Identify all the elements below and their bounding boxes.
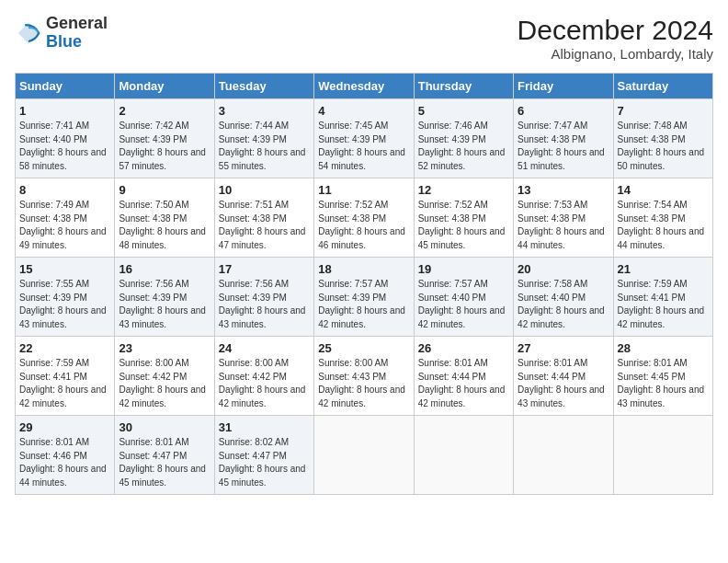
day-number: 28 — [618, 341, 709, 355]
day-number: 30 — [119, 420, 210, 434]
calendar-cell: 4Sunrise: 7:45 AMSunset: 4:39 PMDaylight… — [314, 99, 414, 178]
week-row-4: 22Sunrise: 7:59 AMSunset: 4:41 PMDayligh… — [16, 337, 713, 416]
day-info: Sunrise: 7:50 AMSunset: 4:38 PMDaylight:… — [119, 200, 206, 250]
day-info: Sunrise: 8:00 AMSunset: 4:42 PMDaylight:… — [219, 358, 306, 408]
month-title: December 2024 — [518, 15, 713, 46]
day-number: 20 — [518, 262, 609, 276]
calendar-cell: 25Sunrise: 8:00 AMSunset: 4:43 PMDayligh… — [314, 337, 414, 416]
day-number: 16 — [119, 262, 210, 276]
day-info: Sunrise: 7:56 AMSunset: 4:39 PMDaylight:… — [119, 279, 206, 329]
day-number: 18 — [318, 262, 409, 276]
calendar-cell: 2Sunrise: 7:42 AMSunset: 4:39 PMDaylight… — [115, 99, 214, 178]
day-info: Sunrise: 7:46 AMSunset: 4:39 PMDaylight:… — [418, 121, 506, 171]
day-number: 21 — [618, 262, 709, 276]
header-day-sunday: Sunday — [16, 74, 115, 99]
calendar-cell: 23Sunrise: 8:00 AMSunset: 4:42 PMDayligh… — [115, 337, 214, 416]
calendar-cell: 11Sunrise: 7:52 AMSunset: 4:38 PMDayligh… — [314, 178, 414, 258]
day-number: 27 — [518, 341, 609, 355]
day-info: Sunrise: 7:56 AMSunset: 4:39 PMDaylight:… — [219, 279, 306, 329]
logo-general-text: General — [46, 15, 108, 33]
day-info: Sunrise: 7:59 AMSunset: 4:41 PMDaylight:… — [19, 358, 107, 408]
day-info: Sunrise: 7:53 AMSunset: 4:38 PMDaylight:… — [518, 200, 605, 250]
day-number: 29 — [19, 420, 110, 434]
day-info: Sunrise: 7:59 AMSunset: 4:41 PMDaylight:… — [618, 279, 705, 329]
day-info: Sunrise: 8:02 AMSunset: 4:47 PMDaylight:… — [219, 437, 306, 488]
day-info: Sunrise: 7:52 AMSunset: 4:38 PMDaylight:… — [418, 200, 506, 250]
day-number: 17 — [219, 262, 310, 276]
calendar-body: 1Sunrise: 7:41 AMSunset: 4:40 PMDaylight… — [16, 99, 713, 495]
page-header: General Blue December 2024 Albignano, Lo… — [15, 15, 713, 62]
day-number: 14 — [618, 183, 709, 197]
calendar-table: SundayMondayTuesdayWednesdayThursdayFrid… — [15, 73, 713, 495]
calendar-cell — [314, 416, 414, 495]
calendar-cell: 1Sunrise: 7:41 AMSunset: 4:40 PMDaylight… — [16, 99, 115, 178]
location-title: Albignano, Lombardy, Italy — [518, 46, 713, 62]
header-day-saturday: Saturday — [613, 74, 712, 99]
day-number: 15 — [19, 262, 110, 276]
day-number: 25 — [318, 341, 409, 355]
week-row-3: 15Sunrise: 7:55 AMSunset: 4:39 PMDayligh… — [16, 258, 713, 337]
calendar-cell: 21Sunrise: 7:59 AMSunset: 4:41 PMDayligh… — [613, 258, 712, 337]
day-number: 23 — [119, 341, 210, 355]
day-number: 4 — [318, 104, 409, 118]
week-row-2: 8Sunrise: 7:49 AMSunset: 4:38 PMDaylight… — [16, 178, 713, 258]
calendar-cell — [514, 416, 613, 495]
day-number: 13 — [518, 183, 609, 197]
calendar-cell: 31Sunrise: 8:02 AMSunset: 4:47 PMDayligh… — [214, 416, 313, 495]
calendar-cell: 22Sunrise: 7:59 AMSunset: 4:41 PMDayligh… — [16, 337, 115, 416]
calendar-cell: 14Sunrise: 7:54 AMSunset: 4:38 PMDayligh… — [613, 178, 712, 258]
day-number: 5 — [418, 104, 509, 118]
header-day-thursday: Thursday — [414, 74, 513, 99]
day-info: Sunrise: 7:51 AMSunset: 4:38 PMDaylight:… — [219, 200, 306, 250]
calendar-cell: 7Sunrise: 7:48 AMSunset: 4:38 PMDaylight… — [613, 99, 712, 178]
day-number: 6 — [518, 104, 609, 118]
day-info: Sunrise: 7:41 AMSunset: 4:40 PMDaylight:… — [19, 121, 107, 171]
day-info: Sunrise: 7:57 AMSunset: 4:40 PMDaylight:… — [418, 279, 506, 329]
calendar-cell: 26Sunrise: 8:01 AMSunset: 4:44 PMDayligh… — [414, 337, 513, 416]
day-number: 11 — [318, 183, 409, 197]
day-info: Sunrise: 8:00 AMSunset: 4:43 PMDaylight:… — [318, 358, 405, 408]
day-number: 26 — [418, 341, 509, 355]
day-info: Sunrise: 7:44 AMSunset: 4:39 PMDaylight:… — [219, 121, 306, 171]
day-info: Sunrise: 7:55 AMSunset: 4:39 PMDaylight:… — [19, 279, 107, 329]
day-info: Sunrise: 7:49 AMSunset: 4:38 PMDaylight:… — [19, 200, 107, 250]
day-info: Sunrise: 8:01 AMSunset: 4:44 PMDaylight:… — [518, 358, 605, 408]
calendar-header: SundayMondayTuesdayWednesdayThursdayFrid… — [16, 74, 713, 99]
calendar-cell: 28Sunrise: 8:01 AMSunset: 4:45 PMDayligh… — [613, 337, 712, 416]
day-number: 22 — [19, 341, 110, 355]
day-number: 24 — [219, 341, 310, 355]
day-info: Sunrise: 8:01 AMSunset: 4:44 PMDaylight:… — [418, 358, 506, 408]
day-number: 2 — [119, 104, 210, 118]
calendar-cell: 30Sunrise: 8:01 AMSunset: 4:47 PMDayligh… — [115, 416, 214, 495]
header-day-monday: Monday — [115, 74, 214, 99]
day-number: 10 — [219, 183, 310, 197]
day-info: Sunrise: 7:54 AMSunset: 4:38 PMDaylight:… — [618, 200, 705, 250]
calendar-cell — [613, 416, 712, 495]
day-number: 8 — [19, 183, 110, 197]
calendar-cell: 13Sunrise: 7:53 AMSunset: 4:38 PMDayligh… — [514, 178, 613, 258]
calendar-cell: 10Sunrise: 7:51 AMSunset: 4:38 PMDayligh… — [214, 178, 313, 258]
calendar-cell: 15Sunrise: 7:55 AMSunset: 4:39 PMDayligh… — [16, 258, 115, 337]
calendar-cell: 5Sunrise: 7:46 AMSunset: 4:39 PMDaylight… — [414, 99, 513, 178]
logo-icon — [15, 19, 42, 47]
day-info: Sunrise: 7:42 AMSunset: 4:39 PMDaylight:… — [119, 121, 206, 171]
calendar-cell: 20Sunrise: 7:58 AMSunset: 4:40 PMDayligh… — [514, 258, 613, 337]
day-info: Sunrise: 7:57 AMSunset: 4:39 PMDaylight:… — [318, 279, 405, 329]
header-day-tuesday: Tuesday — [214, 74, 313, 99]
day-info: Sunrise: 8:01 AMSunset: 4:45 PMDaylight:… — [618, 358, 705, 408]
day-info: Sunrise: 7:47 AMSunset: 4:38 PMDaylight:… — [518, 121, 605, 171]
day-number: 7 — [618, 104, 709, 118]
logo: General Blue — [15, 15, 108, 52]
day-info: Sunrise: 7:45 AMSunset: 4:39 PMDaylight:… — [318, 121, 405, 171]
day-number: 31 — [219, 420, 310, 434]
calendar-cell: 16Sunrise: 7:56 AMSunset: 4:39 PMDayligh… — [115, 258, 214, 337]
calendar-cell: 24Sunrise: 8:00 AMSunset: 4:42 PMDayligh… — [214, 337, 313, 416]
day-info: Sunrise: 8:00 AMSunset: 4:42 PMDaylight:… — [119, 358, 206, 408]
logo-blue-text: Blue — [46, 33, 108, 52]
calendar-cell: 6Sunrise: 7:47 AMSunset: 4:38 PMDaylight… — [514, 99, 613, 178]
day-number: 9 — [119, 183, 210, 197]
calendar-cell: 8Sunrise: 7:49 AMSunset: 4:38 PMDaylight… — [16, 178, 115, 258]
header-day-friday: Friday — [514, 74, 613, 99]
day-number: 3 — [219, 104, 310, 118]
day-info: Sunrise: 7:52 AMSunset: 4:38 PMDaylight:… — [318, 200, 405, 250]
